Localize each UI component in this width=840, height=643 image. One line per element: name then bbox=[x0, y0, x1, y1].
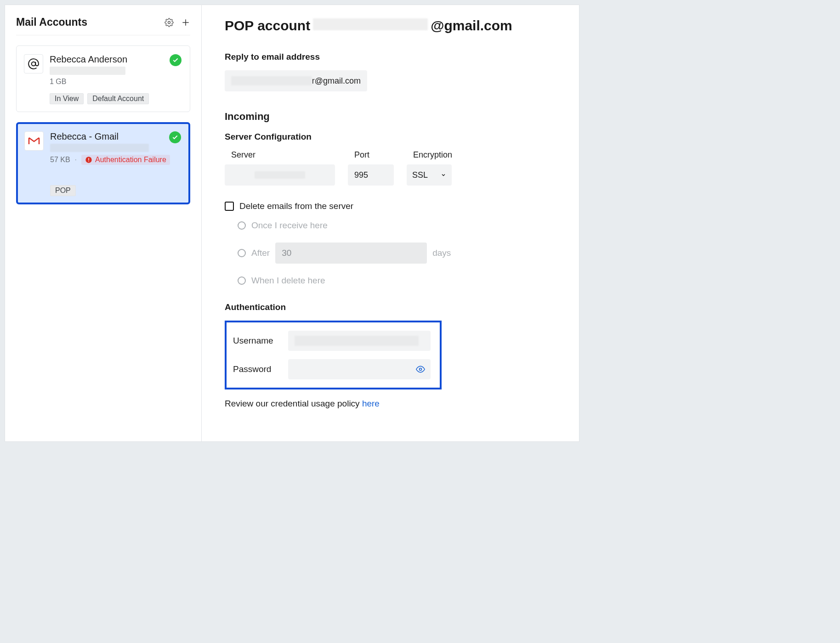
app-frame: Mail Accounts bbox=[5, 5, 579, 442]
port-col-label: Port bbox=[348, 150, 394, 160]
sidebar-title: Mail Accounts bbox=[16, 16, 87, 28]
server-col-label: Server bbox=[225, 150, 335, 160]
svg-rect-5 bbox=[88, 158, 89, 160]
status-check-icon bbox=[169, 131, 181, 143]
password-label: Password bbox=[233, 364, 279, 374]
title-prefix: POP account bbox=[225, 18, 310, 34]
account-size: 57 KB bbox=[50, 156, 70, 164]
encryption-value: SSL bbox=[412, 170, 428, 180]
plus-icon[interactable] bbox=[181, 18, 190, 27]
port-input[interactable] bbox=[348, 164, 394, 186]
svg-point-0 bbox=[168, 21, 170, 23]
eye-icon[interactable] bbox=[416, 365, 425, 374]
delete-emails-label: Delete emails from the server bbox=[239, 201, 353, 211]
main-panel: POP account @gmail.com Reply to email ad… bbox=[202, 5, 579, 441]
after-days-input bbox=[275, 243, 427, 264]
gmail-icon bbox=[24, 131, 44, 151]
account-card[interactable]: Rebecca Anderson 1 GB In View Default Ac… bbox=[16, 45, 190, 112]
radio-after-label: After bbox=[251, 248, 270, 258]
alert-icon bbox=[85, 156, 92, 164]
account-card-selected[interactable]: Rebecca - Gmail 57 KB · Authentication F… bbox=[16, 122, 190, 204]
auth-box: Username Password bbox=[225, 321, 442, 389]
svg-point-3 bbox=[32, 62, 36, 66]
chevron-down-icon bbox=[441, 172, 446, 178]
policy-line: Review our credential usage policy here bbox=[225, 399, 561, 409]
delete-emails-checkbox[interactable] bbox=[225, 202, 234, 211]
at-icon bbox=[24, 54, 43, 73]
svg-rect-6 bbox=[88, 161, 89, 162]
radio-after bbox=[238, 249, 246, 257]
reply-redacted bbox=[231, 76, 312, 85]
auth-heading: Authentication bbox=[225, 302, 561, 312]
account-name: Rebecca - Gmail bbox=[50, 131, 182, 142]
auth-failure-text: Authentication Failure bbox=[95, 156, 166, 164]
svg-point-7 bbox=[420, 368, 422, 371]
sidebar: Mail Accounts bbox=[5, 5, 202, 441]
radio-when-delete bbox=[238, 276, 246, 285]
page-title: POP account @gmail.com bbox=[225, 18, 561, 34]
username-label: Username bbox=[233, 336, 279, 346]
server-redacted bbox=[255, 171, 305, 179]
title-redacted bbox=[313, 18, 428, 30]
server-config-heading: Server Configuration bbox=[225, 132, 561, 142]
auth-failure-badge: Authentication Failure bbox=[81, 155, 170, 165]
reply-to-input[interactable]: r@gmail.com bbox=[225, 70, 367, 91]
tag-default-account: Default Account bbox=[87, 93, 149, 104]
encryption-select[interactable]: SSL bbox=[407, 164, 452, 186]
incoming-heading: Incoming bbox=[225, 111, 561, 123]
encryption-col-label: Encryption bbox=[407, 150, 452, 160]
policy-link[interactable]: here bbox=[362, 399, 380, 408]
gear-icon[interactable] bbox=[165, 18, 174, 27]
reply-suffix: r@gmail.com bbox=[312, 76, 361, 86]
after-unit-label: days bbox=[432, 248, 451, 258]
radio-when-delete-label: When I delete here bbox=[251, 276, 325, 286]
server-input[interactable] bbox=[225, 164, 335, 186]
account-email-redacted bbox=[50, 144, 149, 152]
status-check-icon bbox=[170, 54, 182, 66]
radio-once bbox=[238, 221, 246, 230]
sidebar-header: Mail Accounts bbox=[16, 16, 190, 35]
account-email-redacted bbox=[50, 67, 125, 75]
account-size: 1 GB bbox=[50, 78, 182, 86]
radio-once-label: Once I receive here bbox=[251, 220, 328, 231]
tag-pop: POP bbox=[50, 185, 76, 196]
account-name: Rebecca Anderson bbox=[50, 54, 182, 65]
title-suffix: @gmail.com bbox=[431, 18, 512, 34]
tag-in-view: In View bbox=[50, 93, 84, 104]
reply-to-label: Reply to email address bbox=[225, 52, 561, 62]
policy-text: Review our credential usage policy bbox=[225, 399, 362, 408]
sidebar-actions bbox=[165, 18, 190, 27]
username-redacted bbox=[295, 336, 419, 346]
password-input[interactable] bbox=[288, 359, 431, 379]
